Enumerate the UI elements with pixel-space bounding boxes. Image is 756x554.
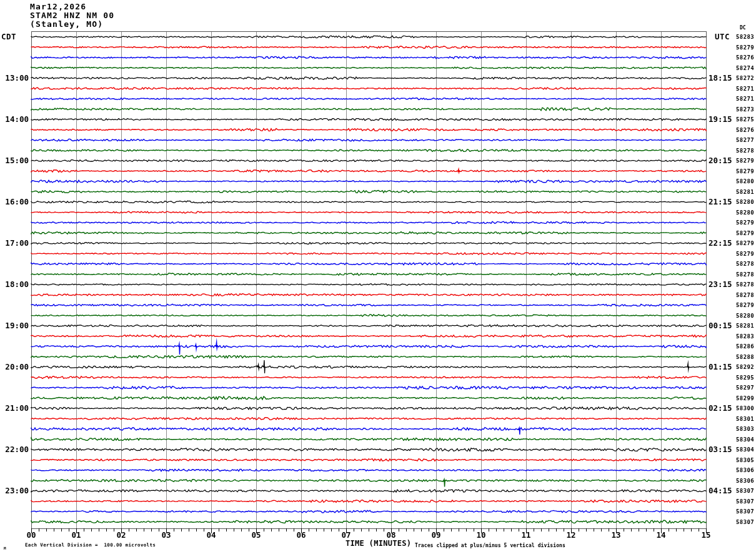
x-axis-tick-label: 06: [292, 531, 310, 540]
x-axis-tick-label: 09: [427, 531, 445, 540]
clipping-note: Traces clipped at plus/minus 5 vertical …: [415, 543, 565, 548]
right-hour-label: 23:15: [709, 280, 737, 289]
left-hour-label: 21:00: [0, 404, 29, 413]
left-timezone-label: CDT: [1, 32, 16, 41]
dc-value: 58300: [736, 405, 756, 411]
dc-column-header: DC: [740, 25, 746, 31]
dc-value: 58279: [736, 168, 756, 174]
dc-value: 58271: [736, 96, 756, 102]
helicorder-page: Mar12,2026 STAM2 HNZ NM 00 (Stanley, MO)…: [0, 0, 756, 554]
dc-value: 58278: [736, 261, 756, 267]
right-hour-label: 00:15: [709, 321, 737, 330]
left-hour-label: 16:00: [0, 198, 29, 206]
dc-value: 58278: [736, 148, 756, 154]
x-axis-tick-label: 13: [607, 531, 625, 540]
dc-value: 58305: [736, 457, 756, 463]
dc-value: 58278: [736, 271, 756, 278]
dc-value: 58272: [736, 75, 756, 81]
left-hour-label: 15:00: [0, 156, 29, 165]
right-hour-label: 21:15: [709, 198, 737, 206]
title-station: STAM2 HNZ NM 00: [30, 11, 114, 20]
dc-value: 58292: [736, 364, 756, 370]
right-hour-label: 18:15: [709, 74, 737, 83]
corner-watermark: M: [4, 546, 6, 550]
dc-value: 58304: [736, 446, 756, 453]
dc-value: 58283: [736, 333, 756, 340]
left-hour-label: 20:00: [0, 363, 29, 371]
dc-value: 58307: [736, 508, 756, 515]
dc-value: 58279: [736, 219, 756, 226]
dc-value: 58278: [736, 292, 756, 298]
x-axis-tick-label: 14: [652, 531, 670, 540]
dc-value: 58278: [736, 281, 756, 288]
dc-value: 58301: [736, 416, 756, 422]
dc-value: 58276: [736, 54, 756, 61]
dc-value: 58275: [736, 116, 756, 123]
x-axis-tick-label: 12: [562, 531, 580, 540]
seismogram-plot-canvas: [0, 0, 756, 554]
right-hour-label: 03:15: [709, 445, 737, 454]
x-axis-tick-label: 07: [337, 531, 355, 540]
right-timezone-label: UTC: [715, 32, 730, 41]
dc-value: 58277: [736, 137, 756, 143]
title-date: Mar12,2026: [30, 3, 86, 11]
vertical-division-note: Each Vertical Division = 100.00 microvol…: [25, 542, 156, 548]
dc-value: 58307: [736, 519, 756, 525]
dc-value: 58279: [736, 302, 756, 308]
left-hour-label: 13:00: [0, 74, 29, 83]
x-axis-tick-label: 15: [697, 531, 715, 540]
dc-value: 58307: [736, 488, 756, 494]
dc-value: 58295: [736, 375, 756, 381]
dc-value: 58288: [736, 354, 756, 360]
left-hour-label: 23:00: [0, 486, 29, 495]
dc-value: 58279: [736, 251, 756, 257]
dc-value: 58276: [736, 127, 756, 133]
dc-value: 58279: [736, 230, 756, 236]
x-axis-tick-label: 10: [472, 531, 490, 540]
x-axis-tick-label: 01: [67, 531, 85, 540]
dc-value: 58306: [736, 478, 756, 484]
dc-value: 58280: [736, 199, 756, 205]
x-axis-tick-label: 02: [112, 531, 130, 540]
dc-value: 58306: [736, 467, 756, 473]
title-location: (Stanley, MO): [30, 20, 103, 29]
right-hour-label: 01:15: [709, 363, 737, 371]
dc-value: 58280: [736, 209, 756, 216]
right-hour-label: 20:15: [709, 156, 737, 165]
dc-value: 58279: [736, 44, 756, 51]
x-axis-tick-label: 11: [517, 531, 535, 540]
right-hour-label: 22:15: [709, 239, 737, 248]
right-hour-label: 02:15: [709, 404, 737, 413]
dc-value: 58279: [736, 240, 756, 246]
dc-value: 58304: [736, 436, 756, 443]
left-hour-label: 19:00: [0, 321, 29, 330]
dc-value: 58283: [736, 34, 756, 40]
x-axis-tick-label: 05: [247, 531, 265, 540]
right-hour-label: 19:15: [709, 115, 737, 124]
dc-value: 58281: [736, 323, 756, 329]
left-hour-label: 14:00: [0, 115, 29, 124]
dc-value: 58299: [736, 395, 756, 401]
dc-value: 58307: [736, 498, 756, 505]
dc-value: 58274: [736, 65, 756, 71]
left-hour-label: 17:00: [0, 239, 29, 248]
left-hour-label: 22:00: [0, 445, 29, 454]
dc-value: 58303: [736, 426, 756, 432]
x-axis-tick-label: 00: [22, 531, 40, 540]
dc-value: 58286: [736, 343, 756, 350]
dc-value: 58271: [736, 86, 756, 92]
right-hour-label: 04:15: [709, 486, 737, 495]
x-axis-tick-label: 04: [202, 531, 220, 540]
dc-value: 58279: [736, 158, 756, 164]
dc-value: 58273: [736, 106, 756, 113]
dc-value: 58281: [736, 189, 756, 195]
dc-value: 58280: [736, 178, 756, 184]
dc-value: 58280: [736, 313, 756, 319]
x-axis-tick-label: 08: [382, 531, 400, 540]
left-hour-label: 18:00: [0, 280, 29, 289]
x-axis-tick-label: 03: [157, 531, 175, 540]
x-axis-title: TIME (MINUTES): [346, 539, 411, 548]
dc-value: 58297: [736, 385, 756, 391]
